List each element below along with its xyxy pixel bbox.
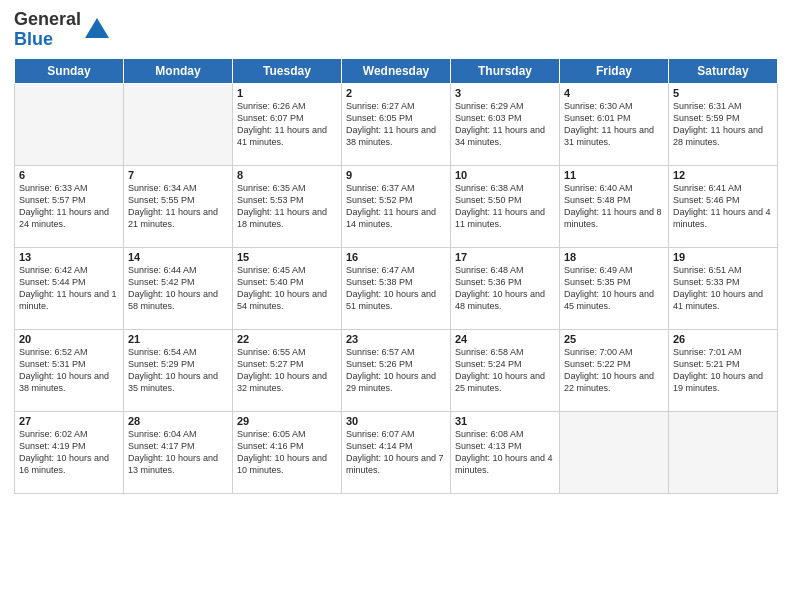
cell-info: Sunrise: 6:41 AMSunset: 5:46 PMDaylight:… bbox=[673, 182, 773, 231]
cell-info: Sunrise: 6:33 AMSunset: 5:57 PMDaylight:… bbox=[19, 182, 119, 231]
cell-info: Sunrise: 6:05 AMSunset: 4:16 PMDaylight:… bbox=[237, 428, 337, 477]
calendar-body: 1Sunrise: 6:26 AMSunset: 6:07 PMDaylight… bbox=[15, 83, 778, 493]
calendar-cell: 4Sunrise: 6:30 AMSunset: 6:01 PMDaylight… bbox=[560, 83, 669, 165]
calendar-cell: 12Sunrise: 6:41 AMSunset: 5:46 PMDayligh… bbox=[669, 165, 778, 247]
logo-icon bbox=[83, 16, 111, 44]
day-number: 2 bbox=[346, 87, 446, 99]
calendar-cell: 23Sunrise: 6:57 AMSunset: 5:26 PMDayligh… bbox=[342, 329, 451, 411]
calendar-cell: 29Sunrise: 6:05 AMSunset: 4:16 PMDayligh… bbox=[233, 411, 342, 493]
calendar-cell: 10Sunrise: 6:38 AMSunset: 5:50 PMDayligh… bbox=[451, 165, 560, 247]
week-row-0: 1Sunrise: 6:26 AMSunset: 6:07 PMDaylight… bbox=[15, 83, 778, 165]
logo-blue: Blue bbox=[14, 30, 81, 50]
week-row-1: 6Sunrise: 6:33 AMSunset: 5:57 PMDaylight… bbox=[15, 165, 778, 247]
calendar-cell: 18Sunrise: 6:49 AMSunset: 5:35 PMDayligh… bbox=[560, 247, 669, 329]
calendar-cell: 27Sunrise: 6:02 AMSunset: 4:19 PMDayligh… bbox=[15, 411, 124, 493]
cell-info: Sunrise: 6:27 AMSunset: 6:05 PMDaylight:… bbox=[346, 100, 446, 149]
calendar-cell: 19Sunrise: 6:51 AMSunset: 5:33 PMDayligh… bbox=[669, 247, 778, 329]
calendar-cell: 30Sunrise: 6:07 AMSunset: 4:14 PMDayligh… bbox=[342, 411, 451, 493]
calendar-cell: 22Sunrise: 6:55 AMSunset: 5:27 PMDayligh… bbox=[233, 329, 342, 411]
day-number: 22 bbox=[237, 333, 337, 345]
logo-general: General bbox=[14, 10, 81, 30]
day-number: 26 bbox=[673, 333, 773, 345]
day-number: 14 bbox=[128, 251, 228, 263]
calendar-cell bbox=[560, 411, 669, 493]
day-header-wednesday: Wednesday bbox=[342, 58, 451, 83]
day-number: 27 bbox=[19, 415, 119, 427]
calendar-cell: 24Sunrise: 6:58 AMSunset: 5:24 PMDayligh… bbox=[451, 329, 560, 411]
calendar-cell: 2Sunrise: 6:27 AMSunset: 6:05 PMDaylight… bbox=[342, 83, 451, 165]
day-header-monday: Monday bbox=[124, 58, 233, 83]
cell-info: Sunrise: 6:48 AMSunset: 5:36 PMDaylight:… bbox=[455, 264, 555, 313]
day-number: 6 bbox=[19, 169, 119, 181]
day-number: 16 bbox=[346, 251, 446, 263]
calendar-cell: 11Sunrise: 6:40 AMSunset: 5:48 PMDayligh… bbox=[560, 165, 669, 247]
day-number: 23 bbox=[346, 333, 446, 345]
cell-info: Sunrise: 6:52 AMSunset: 5:31 PMDaylight:… bbox=[19, 346, 119, 395]
day-number: 3 bbox=[455, 87, 555, 99]
day-header-sunday: Sunday bbox=[15, 58, 124, 83]
day-number: 31 bbox=[455, 415, 555, 427]
day-number: 21 bbox=[128, 333, 228, 345]
cell-info: Sunrise: 6:45 AMSunset: 5:40 PMDaylight:… bbox=[237, 264, 337, 313]
cell-info: Sunrise: 6:54 AMSunset: 5:29 PMDaylight:… bbox=[128, 346, 228, 395]
header: General Blue bbox=[14, 10, 778, 50]
cell-info: Sunrise: 6:44 AMSunset: 5:42 PMDaylight:… bbox=[128, 264, 228, 313]
calendar-cell: 21Sunrise: 6:54 AMSunset: 5:29 PMDayligh… bbox=[124, 329, 233, 411]
calendar-cell: 13Sunrise: 6:42 AMSunset: 5:44 PMDayligh… bbox=[15, 247, 124, 329]
cell-info: Sunrise: 6:49 AMSunset: 5:35 PMDaylight:… bbox=[564, 264, 664, 313]
calendar-cell: 9Sunrise: 6:37 AMSunset: 5:52 PMDaylight… bbox=[342, 165, 451, 247]
cell-info: Sunrise: 6:02 AMSunset: 4:19 PMDaylight:… bbox=[19, 428, 119, 477]
cell-info: Sunrise: 6:08 AMSunset: 4:13 PMDaylight:… bbox=[455, 428, 555, 477]
week-row-3: 20Sunrise: 6:52 AMSunset: 5:31 PMDayligh… bbox=[15, 329, 778, 411]
cell-info: Sunrise: 6:40 AMSunset: 5:48 PMDaylight:… bbox=[564, 182, 664, 231]
cell-info: Sunrise: 6:29 AMSunset: 6:03 PMDaylight:… bbox=[455, 100, 555, 149]
calendar-cell bbox=[669, 411, 778, 493]
cell-info: Sunrise: 6:37 AMSunset: 5:52 PMDaylight:… bbox=[346, 182, 446, 231]
day-number: 15 bbox=[237, 251, 337, 263]
calendar-cell: 16Sunrise: 6:47 AMSunset: 5:38 PMDayligh… bbox=[342, 247, 451, 329]
calendar-table: SundayMondayTuesdayWednesdayThursdayFrid… bbox=[14, 58, 778, 494]
calendar-cell: 1Sunrise: 6:26 AMSunset: 6:07 PMDaylight… bbox=[233, 83, 342, 165]
calendar-cell: 15Sunrise: 6:45 AMSunset: 5:40 PMDayligh… bbox=[233, 247, 342, 329]
day-number: 8 bbox=[237, 169, 337, 181]
day-number: 19 bbox=[673, 251, 773, 263]
day-number: 4 bbox=[564, 87, 664, 99]
calendar-cell: 28Sunrise: 6:04 AMSunset: 4:17 PMDayligh… bbox=[124, 411, 233, 493]
calendar-cell: 7Sunrise: 6:34 AMSunset: 5:55 PMDaylight… bbox=[124, 165, 233, 247]
cell-info: Sunrise: 6:58 AMSunset: 5:24 PMDaylight:… bbox=[455, 346, 555, 395]
cell-info: Sunrise: 6:51 AMSunset: 5:33 PMDaylight:… bbox=[673, 264, 773, 313]
day-number: 7 bbox=[128, 169, 228, 181]
calendar-cell: 31Sunrise: 6:08 AMSunset: 4:13 PMDayligh… bbox=[451, 411, 560, 493]
day-number: 28 bbox=[128, 415, 228, 427]
calendar-cell: 14Sunrise: 6:44 AMSunset: 5:42 PMDayligh… bbox=[124, 247, 233, 329]
svg-marker-0 bbox=[85, 18, 109, 38]
day-number: 29 bbox=[237, 415, 337, 427]
day-header-friday: Friday bbox=[560, 58, 669, 83]
day-header-tuesday: Tuesday bbox=[233, 58, 342, 83]
calendar-cell: 25Sunrise: 7:00 AMSunset: 5:22 PMDayligh… bbox=[560, 329, 669, 411]
day-number: 24 bbox=[455, 333, 555, 345]
day-header-thursday: Thursday bbox=[451, 58, 560, 83]
cell-info: Sunrise: 6:30 AMSunset: 6:01 PMDaylight:… bbox=[564, 100, 664, 149]
cell-info: Sunrise: 6:42 AMSunset: 5:44 PMDaylight:… bbox=[19, 264, 119, 313]
cell-info: Sunrise: 6:47 AMSunset: 5:38 PMDaylight:… bbox=[346, 264, 446, 313]
calendar-cell bbox=[124, 83, 233, 165]
week-row-4: 27Sunrise: 6:02 AMSunset: 4:19 PMDayligh… bbox=[15, 411, 778, 493]
calendar-cell bbox=[15, 83, 124, 165]
cell-info: Sunrise: 7:00 AMSunset: 5:22 PMDaylight:… bbox=[564, 346, 664, 395]
day-headers-row: SundayMondayTuesdayWednesdayThursdayFrid… bbox=[15, 58, 778, 83]
calendar-cell: 20Sunrise: 6:52 AMSunset: 5:31 PMDayligh… bbox=[15, 329, 124, 411]
cell-info: Sunrise: 6:55 AMSunset: 5:27 PMDaylight:… bbox=[237, 346, 337, 395]
cell-info: Sunrise: 6:35 AMSunset: 5:53 PMDaylight:… bbox=[237, 182, 337, 231]
day-number: 10 bbox=[455, 169, 555, 181]
day-number: 25 bbox=[564, 333, 664, 345]
cell-info: Sunrise: 6:07 AMSunset: 4:14 PMDaylight:… bbox=[346, 428, 446, 477]
calendar-cell: 6Sunrise: 6:33 AMSunset: 5:57 PMDaylight… bbox=[15, 165, 124, 247]
day-number: 1 bbox=[237, 87, 337, 99]
calendar-cell: 5Sunrise: 6:31 AMSunset: 5:59 PMDaylight… bbox=[669, 83, 778, 165]
calendar-cell: 8Sunrise: 6:35 AMSunset: 5:53 PMDaylight… bbox=[233, 165, 342, 247]
calendar-cell: 26Sunrise: 7:01 AMSunset: 5:21 PMDayligh… bbox=[669, 329, 778, 411]
day-number: 12 bbox=[673, 169, 773, 181]
page: General Blue SundayMondayTuesdayWednesda… bbox=[0, 0, 792, 612]
calendar-cell: 17Sunrise: 6:48 AMSunset: 5:36 PMDayligh… bbox=[451, 247, 560, 329]
